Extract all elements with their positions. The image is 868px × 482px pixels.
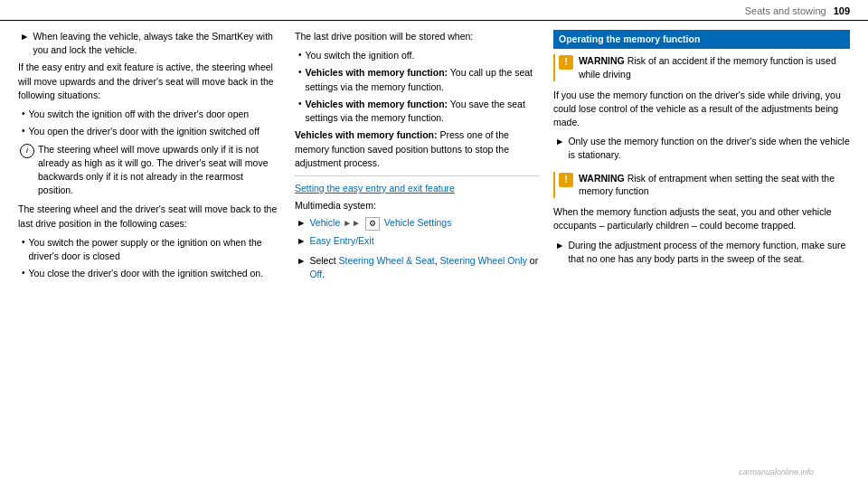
warning-icon-1: !: [559, 55, 573, 70]
divider: [295, 175, 539, 176]
watermark: carmanualonline.info: [739, 468, 814, 477]
nav-arrow-1: ►►: [343, 218, 363, 228]
mid-bullet-3-bold: Vehicles with memory function:: [306, 99, 448, 109]
nav-arrow-icon: ►: [297, 216, 306, 231]
bullet-item-3: • You switch the power supply or the ign…: [18, 236, 280, 263]
nav-easy-row: ► Easy Entry/Exit: [295, 234, 539, 248]
mid-bullet-text-2: Vehicles with memory function: You call …: [306, 66, 539, 93]
nav-icon-settings: ⚙: [365, 217, 380, 231]
warning-2-bold: WARNING: [579, 173, 625, 184]
bullet-item-2: • You open the driver's door with the ig…: [18, 125, 280, 138]
header-page: 109: [834, 5, 850, 16]
select-row: ► Select Steering Wheel & Seat, Steering…: [295, 254, 539, 281]
warning-section-header: Operating the memory function: [553, 30, 850, 49]
nav-vehicle: Vehicle: [309, 217, 340, 228]
bullet-text-4: You close the driver's door with the ign…: [29, 267, 264, 280]
warning-text-2: WARNING Risk of entrapment when setting …: [579, 172, 850, 198]
warning-icon-2: !: [559, 173, 573, 187]
arrow-item-1: ► When leaving the vehicle, always take …: [18, 30, 280, 57]
mid-bullet-sym-2: •: [298, 66, 302, 93]
select-arrow-icon: ►: [297, 254, 306, 281]
arrow-text-1: When leaving the vehicle, always take th…: [33, 30, 280, 57]
bullet-sym-3: •: [22, 236, 25, 263]
right-column: Operating the memory function ! WARNING …: [553, 30, 850, 468]
nav-easy: Easy Entry/Exit: [309, 234, 373, 248]
nav-settings: Vehicle Settings: [384, 217, 452, 228]
nav-label: Multimedia system:: [295, 199, 539, 213]
page-container: Seats and stowing 109 ► When leaving the…: [0, 0, 868, 482]
bullet-text-1: You switch the ignition off with the dri…: [29, 108, 250, 121]
bullet-text-3: You switch the power supply or the ignit…: [29, 236, 280, 263]
right-arrow-2: ► During the adjustment process of the m…: [553, 239, 850, 266]
left-column: ► When leaving the vehicle, always take …: [18, 30, 280, 468]
mid-para-2-bold: Vehicles with memory function:: [295, 129, 438, 140]
arrow-icon-1: ►: [20, 30, 29, 57]
bullet-text-2: You open the driver's door with the igni…: [29, 125, 259, 138]
mid-para-1: The last drive position will be stored w…: [295, 30, 539, 43]
info-icon: i: [20, 144, 34, 158]
mid-bullet-text-1: You switch the ignition off.: [306, 49, 415, 62]
right-arrow-text-2: During the adjustment process of the mem…: [568, 239, 850, 266]
middle-column: The last drive position will be stored w…: [295, 30, 539, 468]
nav-path: Vehicle ►► ⚙ Vehicle Settings: [309, 216, 451, 231]
warning-text-1: WARNING Risk of an accident if the memor…: [579, 54, 850, 80]
warning-1-bold: WARNING: [579, 55, 625, 66]
left-para-1: If the easy entry and exit feature is ac…: [18, 61, 280, 102]
select-option2: Steering Wheel Only: [440, 255, 527, 266]
right-arrow-1: ► Only use the memory function on the dr…: [553, 135, 850, 162]
content-area: ► When leaving the vehicle, always take …: [0, 21, 868, 477]
right-arrow-text-1: Only use the memory function on the driv…: [568, 135, 850, 162]
right-arrow-icon-1: ►: [555, 135, 564, 162]
bullet-sym-4: •: [22, 267, 25, 280]
info-text: The steering wheel will move upwards onl…: [38, 143, 280, 198]
select-option1: Steering Wheel & Seat: [339, 255, 435, 266]
right-para-2: When the memory function adjusts the sea…: [553, 205, 850, 232]
mid-bullet-2: • Vehicles with memory function: You cal…: [295, 66, 539, 93]
mid-bullet-3: • Vehicles with memory function: You sav…: [295, 98, 539, 125]
warning-block-1: ! WARNING Risk of an accident if the mem…: [553, 54, 850, 80]
mid-bullet-text-3: Vehicles with memory function: You save …: [306, 98, 539, 125]
select-off: Off: [309, 269, 322, 279]
mid-bullet-2-bold: Vehicles with memory function:: [306, 67, 448, 78]
header-bar: Seats and stowing 109: [0, 0, 868, 21]
mid-bullet-1: • You switch the ignition off.: [295, 49, 539, 62]
right-para-1: If you use the memory function on the dr…: [553, 89, 850, 130]
mid-bullet-sym-3: •: [298, 98, 302, 125]
bullet-item-4: • You close the driver's door with the i…: [18, 267, 280, 280]
bullet-sym-1: •: [22, 108, 25, 121]
mid-bullet-sym-1: •: [298, 49, 302, 62]
right-arrow-icon-2: ►: [555, 239, 564, 266]
left-para-2: The steering wheel and the driver's seat…: [18, 203, 280, 230]
mid-section-heading: Setting the easy entry and exit feature: [295, 182, 539, 195]
warning-block-2: ! WARNING Risk of entrapment when settin…: [553, 172, 850, 198]
bullet-item-1: • You switch the ignition off with the d…: [18, 108, 280, 121]
nav-easy-arrow-icon: ►: [297, 234, 306, 248]
nav-row: ► Vehicle ►► ⚙ Vehicle Settings: [295, 216, 539, 231]
mid-para-2: Vehicles with memory function: Press one…: [295, 128, 539, 170]
bullet-sym-2: •: [22, 125, 25, 138]
info-item: i The steering wheel will move upwards o…: [18, 143, 280, 198]
header-title: Seats and stowing: [745, 5, 826, 16]
select-text: Select Steering Wheel & Seat, Steering W…: [309, 254, 539, 281]
